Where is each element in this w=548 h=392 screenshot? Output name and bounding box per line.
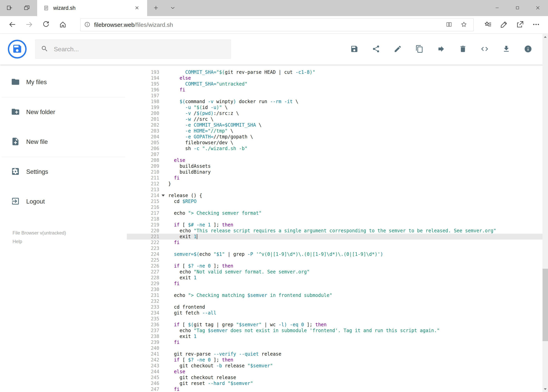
page-scrollbar[interactable] — [542, 34, 548, 392]
scrollbar-up-button[interactable] — [542, 34, 548, 40]
code-line[interactable]: 203 -e HOME="//tmp" \ — [127, 128, 548, 134]
code-line[interactable]: 223 — [127, 245, 548, 251]
set-tabs-aside-button[interactable] — [4, 2, 16, 14]
sidebar-item-my-files[interactable]: My files — [0, 67, 127, 97]
home-button[interactable] — [56, 18, 69, 31]
window-maximize-button[interactable] — [507, 0, 528, 16]
code-line[interactable]: 235 — [127, 316, 548, 322]
move-button[interactable] — [437, 45, 445, 53]
site-info-icon[interactable] — [84, 21, 90, 28]
code-line[interactable]: 230 — [127, 287, 548, 292]
share-page-button[interactable] — [513, 18, 527, 31]
code-line[interactable]: 219 if [ $# -ne 1 ]; then — [127, 222, 548, 228]
sidebar-item-new-folder[interactable]: New folder — [0, 97, 127, 127]
code-line[interactable]: 243 git checkout -b release "$semver" — [127, 363, 548, 369]
code-line[interactable]: 213 — [127, 187, 548, 193]
refresh-button[interactable] — [40, 18, 52, 31]
code-view-button[interactable] — [480, 45, 489, 53]
download-button[interactable] — [502, 45, 511, 53]
settings-more-button[interactable] — [530, 18, 542, 31]
code-line[interactable]: 244 else — [127, 369, 548, 375]
code-line[interactable]: 218 — [127, 216, 548, 222]
code-line[interactable]: 242 if [ $? -ne 0 ]; then — [127, 357, 548, 363]
share-button[interactable] — [372, 45, 380, 53]
code-line[interactable]: 228 exit 1 — [127, 275, 548, 281]
scrollbar-down-button[interactable] — [542, 386, 548, 392]
code-editor[interactable]: 193 COMMIT_SHA="$(git rev-parse HEAD | c… — [127, 65, 548, 392]
code-line[interactable]: 193 COMMIT_SHA="$(git rev-parse HEAD | c… — [127, 69, 548, 75]
tabs-preview-button[interactable] — [21, 2, 33, 14]
code-line[interactable]: 198 $(command -v winpty) docker run --rm… — [127, 99, 548, 105]
info-button[interactable] — [524, 45, 532, 53]
code-line[interactable]: 211 fi — [127, 175, 548, 181]
code-line[interactable]: 232 — [127, 298, 548, 304]
code-line[interactable]: 207 — [127, 152, 548, 157]
code-line[interactable]: 238 exit 1 — [127, 334, 548, 339]
add-favorite-button[interactable] — [458, 18, 470, 31]
code-line[interactable]: 221 exit 1 — [127, 234, 548, 239]
code-line[interactable]: 245 git checkout release — [127, 375, 548, 380]
code-line[interactable]: 216 — [127, 204, 548, 210]
filebrowser-logo[interactable] — [8, 40, 27, 58]
code-line[interactable]: 237 echo "Tag $semver does not exist in … — [127, 328, 548, 334]
code-line[interactable]: 212} — [127, 181, 548, 187]
search-input[interactable] — [53, 45, 226, 53]
code-line[interactable]: 196 fi — [127, 87, 548, 93]
code-line[interactable]: 215 cd $REPO — [127, 198, 548, 204]
code-line[interactable]: 241 git rev-parse --verify --quiet relea… — [127, 351, 548, 357]
code-line[interactable]: 234 git fetch --all — [127, 310, 548, 316]
code-line[interactable]: 205 filebrowser/dev \ — [127, 140, 548, 146]
code-line[interactable]: 217 echo "> Checking semver format" — [127, 210, 548, 216]
code-line[interactable]: 199 -u "$(id -u)" \ — [127, 105, 548, 110]
code-line[interactable]: 247 fi — [127, 386, 548, 392]
copy-button[interactable] — [415, 45, 424, 53]
code-line[interactable]: 197 — [127, 93, 548, 99]
sidebar-item-settings[interactable]: Settings — [0, 157, 127, 187]
code-line[interactable]: 195 COMMIT_SHA="untracked" — [127, 81, 548, 87]
code-line[interactable]: 236 if [ $(git tag | grep "$semver" | wc… — [127, 322, 548, 328]
edit-button[interactable] — [393, 45, 402, 53]
code-line[interactable]: 208 else — [127, 157, 548, 163]
code-line[interactable]: 220 echo "This release script requires a… — [127, 228, 548, 234]
code-line[interactable]: 206 sh -c "./wizard.sh -b" — [127, 146, 548, 152]
code-line[interactable]: 226 if [ $? -ne 0 ]; then — [127, 263, 548, 269]
search-box[interactable] — [35, 40, 231, 59]
code-line[interactable]: 224 semver=$(echo "$1" | grep -P '^v(0|[… — [127, 251, 548, 257]
fold-arrow-icon[interactable] — [162, 195, 165, 196]
code-line[interactable]: 229 fi — [127, 281, 548, 287]
code-line[interactable]: 194 else — [127, 75, 548, 81]
reading-view-button[interactable] — [443, 18, 456, 31]
help-link[interactable]: Help — [13, 239, 127, 244]
window-close-button[interactable] — [528, 0, 548, 16]
sidebar-item-logout[interactable]: Logout — [0, 187, 127, 217]
url-text[interactable]: filebrowser.web/files/wizard.sh — [94, 21, 443, 28]
code-line[interactable]: 246 git reset --hard "$semver" — [127, 380, 548, 386]
code-line[interactable]: 240 — [127, 345, 548, 351]
tab-preview-chevron-button[interactable] — [167, 2, 179, 14]
code-line[interactable]: 210 buildBinary — [127, 169, 548, 175]
forward-button[interactable] — [23, 18, 36, 31]
back-button[interactable] — [6, 18, 19, 31]
code-line[interactable]: 225 — [127, 257, 548, 263]
code-line[interactable]: 239 fi — [127, 339, 548, 345]
browser-tab[interactable]: wizard.sh — [37, 0, 147, 16]
delete-button[interactable] — [458, 45, 467, 53]
save-button[interactable] — [350, 45, 359, 53]
address-bar[interactable]: filebrowser.web/files/wizard.sh — [80, 18, 474, 31]
code-line[interactable]: 204 -e GOPATH=//tmp/gopath \ — [127, 134, 548, 140]
code-line[interactable]: 233 cd frontend — [127, 304, 548, 310]
new-tab-button[interactable] — [150, 2, 162, 14]
sidebar-item-new-file[interactable]: New file — [0, 127, 127, 157]
code-line[interactable]: 202 -e COMMIT_SHA=$COMMIT_SHA \ — [127, 122, 548, 128]
window-minimize-button[interactable] — [487, 0, 507, 16]
code-line[interactable]: 222 fi — [127, 239, 548, 245]
scrollbar-thumb[interactable] — [542, 269, 548, 341]
web-note-button[interactable] — [498, 18, 510, 31]
tab-close-button[interactable] — [133, 4, 141, 12]
code-line[interactable]: 209 buildAssets — [127, 163, 548, 169]
code-line[interactable]: 227 echo "Not valid semver format. See s… — [127, 269, 548, 275]
hub-favorites-button[interactable] — [481, 18, 494, 31]
code-line[interactable]: 214release () { — [127, 193, 548, 198]
code-line[interactable]: 200 -v /$(pwd):/src:z \ — [127, 110, 548, 116]
code-line[interactable]: 231 echo "> Checking matching $semver in… — [127, 292, 548, 298]
